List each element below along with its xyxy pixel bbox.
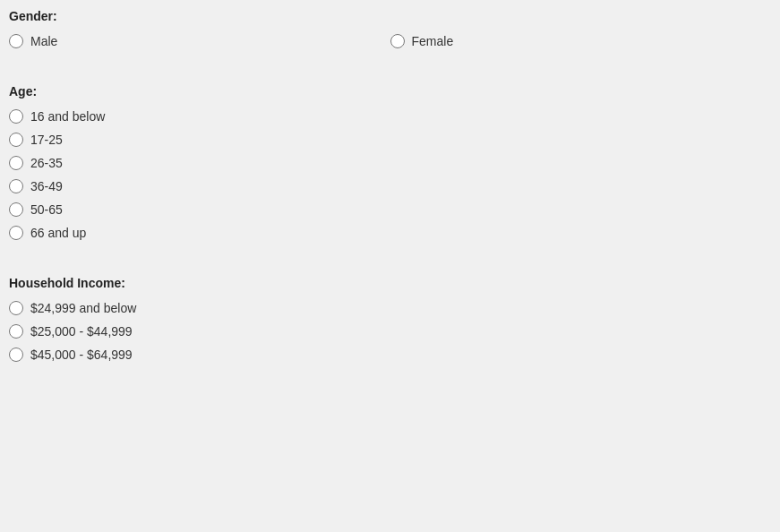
gender-female-label[interactable]: Female xyxy=(412,34,454,48)
gender-section: Gender: Male Female xyxy=(9,9,771,50)
gender-female-row: Female xyxy=(390,32,772,50)
income-45000-64999-radio[interactable] xyxy=(9,348,23,362)
income-45000-64999-row: $45,000 - $64,999 xyxy=(9,346,771,364)
age-50-65-row: 50-65 xyxy=(9,201,771,219)
age-17-25-row: 17-25 xyxy=(9,131,771,149)
gender-male-label[interactable]: Male xyxy=(30,34,57,48)
income-25000-44999-label[interactable]: $25,000 - $44,999 xyxy=(30,324,133,339)
gender-male-row: Male xyxy=(9,32,390,50)
divider-1 xyxy=(9,68,771,84)
income-24999-radio[interactable] xyxy=(9,301,23,315)
income-25000-44999-radio[interactable] xyxy=(9,324,23,339)
age-26-35-radio[interactable] xyxy=(9,156,23,170)
age-36-49-radio[interactable] xyxy=(9,179,23,193)
age-section: Age: 16 and below 17-25 26-35 36-49 50-6… xyxy=(9,84,771,242)
age-66up-radio[interactable] xyxy=(9,226,23,240)
age-16below-label[interactable]: 16 and below xyxy=(30,109,105,124)
income-24999-label[interactable]: $24,999 and below xyxy=(30,301,136,315)
age-17-25-radio[interactable] xyxy=(9,133,23,147)
age-36-49-label[interactable]: 36-49 xyxy=(30,179,63,193)
age-16below-row: 16 and below xyxy=(9,107,771,125)
age-50-65-label[interactable]: 50-65 xyxy=(30,202,63,217)
age-26-35-label[interactable]: 26-35 xyxy=(30,156,63,170)
age-label: Age: xyxy=(9,84,771,99)
age-50-65-radio[interactable] xyxy=(9,202,23,217)
income-radio-group: $24,999 and below $25,000 - $44,999 $45,… xyxy=(9,299,771,364)
age-66up-label[interactable]: 66 and up xyxy=(30,226,86,240)
income-25000-44999-row: $25,000 - $44,999 xyxy=(9,322,771,340)
income-24999-row: $24,999 and below xyxy=(9,299,771,317)
age-16below-radio[interactable] xyxy=(9,109,23,124)
income-section: Household Income: $24,999 and below $25,… xyxy=(9,276,771,364)
income-45000-64999-label[interactable]: $45,000 - $64,999 xyxy=(30,348,133,362)
age-26-35-row: 26-35 xyxy=(9,154,771,172)
gender-label: Gender: xyxy=(9,9,771,23)
age-radio-group: 16 and below 17-25 26-35 36-49 50-65 66 … xyxy=(9,107,771,242)
age-66up-row: 66 and up xyxy=(9,224,771,242)
divider-2 xyxy=(9,260,771,276)
gender-male-radio[interactable] xyxy=(9,34,23,48)
income-label: Household Income: xyxy=(9,276,771,290)
gender-female-radio[interactable] xyxy=(390,34,405,48)
age-36-49-row: 36-49 xyxy=(9,177,771,195)
age-17-25-label[interactable]: 17-25 xyxy=(30,133,63,147)
gender-radio-group: Male Female xyxy=(9,32,771,50)
